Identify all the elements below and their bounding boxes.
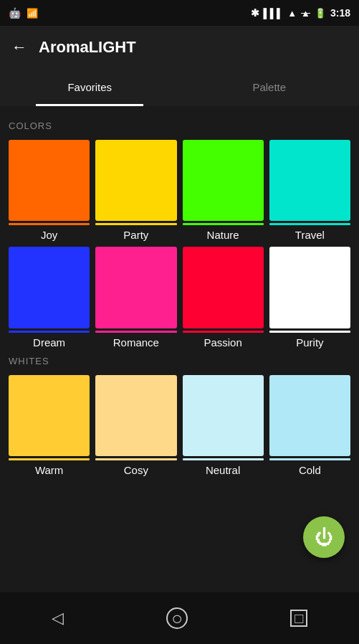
tab-palette[interactable]: Palette [180, 69, 360, 106]
status-left-icons: 🤖 📶 [9, 7, 38, 19]
status-time: 3:18 [330, 7, 350, 19]
main-content: COLORS Joy Party Nature Travel Dream [0, 106, 359, 493]
color-name-dream: Dream [33, 336, 65, 349]
colors-section-label: COLORS [9, 120, 350, 131]
color-item-nature[interactable]: Nature [183, 140, 264, 241]
nav-home-button[interactable]: ○ [166, 607, 188, 629]
color-indicator-cosy [95, 458, 176, 460]
color-indicator-purity [269, 331, 350, 333]
color-indicator-travel [269, 223, 350, 225]
whites-section-label: WHITES [9, 356, 350, 366]
color-swatch-party [95, 140, 176, 221]
wifi-icon: ▲ [287, 8, 297, 19]
color-name-purity: Purity [296, 336, 323, 349]
color-swatch-joy [9, 140, 90, 221]
color-name-warm: Warm [35, 464, 63, 476]
color-name-nature: Nature [207, 229, 239, 241]
color-swatch-travel [269, 140, 350, 221]
color-swatch-passion [183, 247, 264, 328]
color-swatch-neutral [183, 375, 264, 456]
status-bar: 🤖 📶 ✱ ▌▌▌ ▲ ▲ 🔋 3:18 [0, 0, 359, 26]
color-indicator-cold [269, 458, 350, 460]
color-item-warm[interactable]: Warm [9, 375, 90, 476]
color-indicator-joy [9, 223, 90, 225]
android-icon: 🤖 [9, 7, 21, 19]
signal-icon: ▌▌▌ [264, 8, 284, 19]
color-item-dream[interactable]: Dream [9, 247, 90, 348]
status-right-icons: ✱ ▌▌▌ ▲ ▲ 🔋 3:18 [251, 7, 350, 19]
tab-favorites-label: Favorites [67, 81, 112, 93]
bluetooth-icon: ✱ [251, 7, 259, 19]
color-name-party: Party [123, 229, 148, 241]
color-item-cosy[interactable]: Cosy [95, 375, 176, 476]
color-item-cold[interactable]: Cold [269, 375, 350, 476]
color-swatch-cosy [95, 375, 176, 456]
color-swatch-warm [9, 375, 90, 456]
color-swatch-cold [269, 375, 350, 456]
color-swatch-purity [269, 247, 350, 328]
color-indicator-romance [95, 331, 176, 333]
sim-icon: 📶 [27, 8, 38, 19]
no-signal-icon: ▲ [301, 8, 310, 19]
color-indicator-nature [183, 223, 264, 225]
nav-back-button[interactable]: ◁ [52, 609, 64, 628]
color-indicator-neutral [183, 458, 264, 460]
power-button[interactable]: ⏻ [303, 516, 345, 558]
color-name-romance: Romance [113, 336, 159, 349]
color-swatch-dream [9, 247, 90, 328]
color-name-neutral: Neutral [206, 464, 240, 476]
tab-palette-label: Palette [252, 81, 286, 93]
colors-grid: Joy Party Nature Travel Dream Romance [9, 140, 350, 349]
color-item-passion[interactable]: Passion [183, 247, 264, 348]
color-item-joy[interactable]: Joy [9, 140, 90, 241]
power-icon: ⏻ [315, 526, 333, 549]
back-button[interactable]: ← [11, 38, 27, 57]
color-name-joy: Joy [41, 229, 57, 241]
color-name-passion: Passion [204, 336, 241, 349]
whites-grid: Warm Cosy Neutral Cold [9, 375, 350, 476]
color-item-travel[interactable]: Travel [269, 140, 350, 241]
nav-recent-button[interactable]: □ [290, 610, 307, 627]
tab-favorites[interactable]: Favorites [0, 69, 180, 106]
color-swatch-nature [183, 140, 264, 221]
color-item-purity[interactable]: Purity [269, 247, 350, 348]
color-item-neutral[interactable]: Neutral [183, 375, 264, 476]
color-swatch-romance [95, 247, 176, 328]
color-indicator-dream [9, 331, 90, 333]
tabs-container: Favorites Palette [0, 69, 359, 106]
app-title: AromaLIGHT [39, 38, 136, 57]
app-bar: ← AromaLIGHT [0, 26, 359, 69]
tab-active-indicator [36, 104, 143, 106]
color-name-cold: Cold [299, 464, 321, 476]
color-indicator-passion [183, 331, 264, 333]
color-indicator-party [95, 223, 176, 225]
color-name-cosy: Cosy [124, 464, 148, 476]
color-item-romance[interactable]: Romance [95, 247, 176, 348]
nav-bar: ◁ ○ □ [0, 592, 359, 644]
color-name-travel: Travel [295, 229, 325, 241]
color-item-party[interactable]: Party [95, 140, 176, 241]
color-indicator-warm [9, 458, 90, 460]
battery-icon: 🔋 [315, 8, 326, 19]
